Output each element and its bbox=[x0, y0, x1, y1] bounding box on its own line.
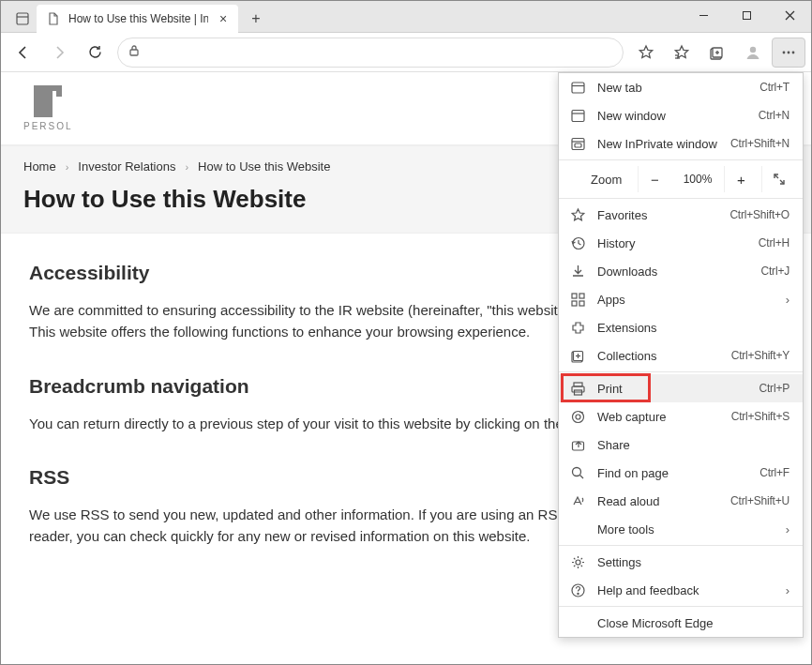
menu-moretools[interactable]: More tools › bbox=[559, 515, 803, 543]
svg-rect-26 bbox=[572, 301, 577, 306]
star-icon bbox=[570, 207, 586, 223]
zoom-label: Zoom bbox=[581, 173, 634, 187]
tab-close-icon[interactable]: × bbox=[216, 11, 231, 26]
lock-icon bbox=[128, 44, 141, 61]
svg-rect-22 bbox=[575, 144, 581, 147]
zoom-out-button[interactable]: − bbox=[638, 166, 671, 192]
menu-apps[interactable]: Apps › bbox=[559, 285, 803, 313]
share-icon bbox=[570, 437, 586, 453]
history-icon bbox=[570, 235, 586, 251]
minimize-button[interactable] bbox=[682, 1, 725, 29]
favorites-button[interactable] bbox=[665, 38, 699, 68]
menu-label: Read aloud bbox=[597, 494, 719, 508]
svg-rect-27 bbox=[579, 301, 584, 306]
refresh-button[interactable] bbox=[78, 38, 112, 68]
menu-settings[interactable]: Settings bbox=[559, 548, 803, 576]
menu-share[interactable]: Share bbox=[559, 431, 803, 459]
menu-inprivate[interactable]: New InPrivate window Ctrl+Shift+N bbox=[559, 129, 803, 158]
menu-separator bbox=[559, 198, 803, 199]
menu-extensions[interactable]: Extensions bbox=[559, 313, 803, 341]
menu-find[interactable]: Find on page Ctrl+F bbox=[559, 459, 803, 487]
zoom-value: 100% bbox=[675, 173, 720, 186]
shortcut: Ctrl+T bbox=[759, 81, 789, 94]
svg-rect-18 bbox=[572, 110, 584, 121]
new-window-icon bbox=[570, 108, 586, 124]
add-favorite-button[interactable] bbox=[629, 38, 663, 68]
menu-close-edge[interactable]: Close Microsoft Edge bbox=[559, 609, 803, 637]
menu-label: Print bbox=[597, 382, 748, 396]
svg-point-14 bbox=[788, 51, 790, 53]
forward-button[interactable] bbox=[42, 38, 76, 68]
tab-title: How to Use this Website | Invest bbox=[68, 12, 208, 25]
collections-button[interactable] bbox=[700, 38, 734, 68]
menu-separator bbox=[559, 159, 803, 160]
collections-icon bbox=[570, 348, 586, 364]
menu-favorites[interactable]: Favorites Ctrl+Shift+O bbox=[559, 201, 803, 229]
fullscreen-button[interactable] bbox=[761, 166, 795, 192]
chevron-right-icon: › bbox=[786, 583, 789, 597]
logo-mark-icon bbox=[34, 85, 62, 117]
svg-rect-25 bbox=[579, 294, 584, 298]
browser-settings-menu: New tab Ctrl+T New window Ctrl+N New InP… bbox=[558, 72, 804, 638]
crumb-investor[interactable]: Investor Relations bbox=[78, 159, 175, 174]
menu-label: Extensions bbox=[597, 321, 789, 335]
menu-label: Settings bbox=[597, 555, 789, 569]
menu-history[interactable]: History Ctrl+H bbox=[559, 229, 803, 257]
new-tab-button[interactable]: + bbox=[242, 5, 270, 33]
shortcut: Ctrl+N bbox=[759, 109, 789, 122]
profile-button[interactable] bbox=[736, 38, 770, 68]
apps-icon bbox=[570, 292, 586, 308]
close-window-button[interactable] bbox=[768, 1, 811, 29]
menu-label: Help and feedback bbox=[597, 583, 774, 597]
menu-label: New InPrivate window bbox=[597, 137, 719, 151]
menu-label: Favorites bbox=[597, 208, 718, 222]
svg-rect-31 bbox=[574, 383, 582, 386]
menu-label: New window bbox=[597, 109, 747, 123]
site-logo[interactable]: PERSOL bbox=[23, 85, 73, 131]
menu-downloads[interactable]: Downloads Ctrl+J bbox=[559, 257, 803, 285]
svg-point-15 bbox=[792, 51, 795, 53]
menu-label: Collections bbox=[597, 349, 720, 363]
toolbar bbox=[1, 33, 811, 72]
menu-collections[interactable]: Collections Ctrl+Shift+Y bbox=[559, 341, 803, 370]
svg-point-39 bbox=[576, 560, 580, 565]
tab-actions-icon[interactable] bbox=[8, 5, 37, 33]
menu-webcapture[interactable]: Web capture Ctrl+Shift+S bbox=[559, 402, 803, 431]
search-icon bbox=[570, 465, 586, 481]
help-icon bbox=[570, 582, 586, 598]
gear-icon bbox=[570, 554, 586, 570]
menu-separator bbox=[559, 606, 803, 607]
shortcut: Ctrl+Shift+S bbox=[731, 410, 789, 423]
menu-zoom: Zoom − 100% + bbox=[559, 162, 803, 196]
menu-readaloud[interactable]: Read aloud Ctrl+Shift+U bbox=[559, 487, 803, 515]
new-tab-icon bbox=[570, 80, 586, 96]
menu-new-tab[interactable]: New tab Ctrl+T bbox=[559, 73, 803, 101]
back-button[interactable] bbox=[7, 38, 40, 68]
menu-label: More tools bbox=[597, 522, 774, 537]
crumb-home[interactable]: Home bbox=[23, 159, 56, 174]
menu-print[interactable]: Print Ctrl+P bbox=[559, 374, 803, 402]
shortcut: Ctrl+Shift+N bbox=[730, 137, 789, 150]
address-bar[interactable] bbox=[117, 38, 624, 68]
zoom-in-button[interactable]: + bbox=[724, 166, 758, 192]
chevron-right-icon: › bbox=[786, 293, 789, 307]
shortcut: Ctrl+J bbox=[761, 264, 789, 278]
browser-tab[interactable]: How to Use this Website | Invest × bbox=[37, 5, 238, 33]
menu-help[interactable]: Help and feedback › bbox=[559, 576, 803, 604]
maximize-button[interactable] bbox=[725, 1, 768, 29]
menu-label: Web capture bbox=[597, 410, 720, 424]
shortcut: Ctrl+H bbox=[759, 236, 789, 249]
svg-rect-24 bbox=[572, 294, 577, 298]
svg-rect-6 bbox=[130, 50, 138, 55]
shortcut: Ctrl+Shift+O bbox=[729, 208, 789, 221]
svg-point-37 bbox=[573, 467, 581, 476]
svg-rect-16 bbox=[572, 83, 584, 93]
svg-point-35 bbox=[576, 415, 580, 419]
menu-new-window[interactable]: New window Ctrl+N bbox=[559, 101, 803, 129]
chevron-right-icon: › bbox=[66, 161, 69, 173]
shortcut: Ctrl+P bbox=[759, 382, 789, 395]
settings-menu-button[interactable] bbox=[772, 38, 805, 68]
download-icon bbox=[570, 264, 586, 280]
menu-label: History bbox=[597, 236, 747, 250]
menu-separator bbox=[559, 545, 803, 546]
